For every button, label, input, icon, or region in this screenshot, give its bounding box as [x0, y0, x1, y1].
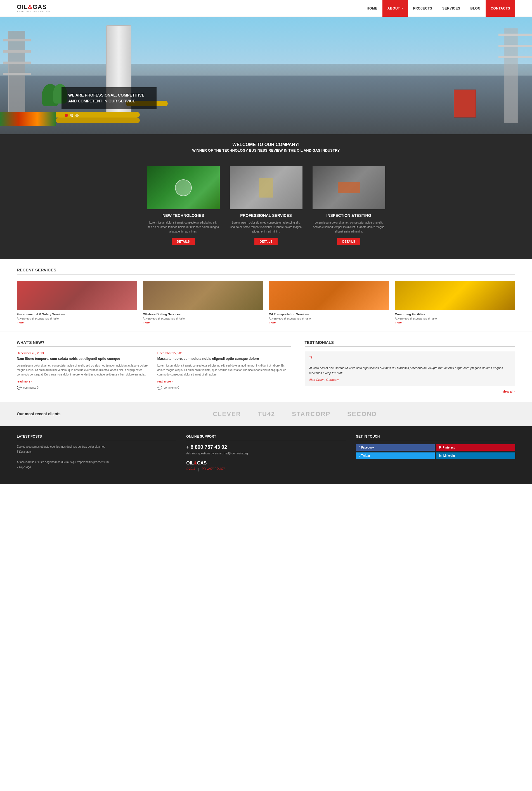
social-linkedin[interactable]: in LinkedIn	[436, 453, 515, 459]
recent-text-3: At vero eos et accusamus at iusto	[269, 317, 390, 320]
service-details-btn-1[interactable]: Details	[172, 238, 194, 245]
recent-title-3: Oil Transportation Services	[269, 313, 390, 316]
logo-oil: OIL	[17, 3, 28, 10]
footer-copyright: © 2011	[186, 467, 195, 472]
blog-post-2: December 15, 2013 Massa tempore, cum sol…	[157, 351, 291, 390]
whats-new-title: WHAT'S NEW?	[17, 340, 291, 345]
main-nav: HOME ABOUT ▾ PROJECTS SERVICES BLOG CONT…	[362, 0, 515, 17]
service-title-2: PROFESSIONAL SERVICES	[230, 213, 303, 218]
blog-post-1: December 20, 2013 Nam libero tempore, cu…	[17, 351, 150, 390]
post-title-1: Nam libero tempore, cum soluta nobis est…	[17, 356, 150, 361]
footer-touch-title: GET IN TOUCH	[356, 435, 515, 441]
logo-ampersand: &	[28, 3, 33, 10]
footer-post-date-1: 5 Days ago.	[17, 450, 176, 453]
logo-subtitle: TRADING SERVICES	[17, 10, 50, 13]
social-facebook[interactable]: f Facebook	[356, 444, 435, 451]
welcome-subtitle: WINNER OF THE TECHNOLOGY BUSINESS REVIEW…	[17, 148, 515, 152]
facebook-icon: f	[359, 446, 360, 449]
hero-dot-2[interactable]	[70, 114, 73, 117]
clients-logos: CLEVER TU42 STARCORP SECOND	[74, 410, 515, 418]
nav-item-services[interactable]: SERVICES	[437, 0, 465, 17]
services-section: NEW TECHNOLOGIES Lorem ipsum dolor sit a…	[0, 160, 532, 259]
post-date-2: December 15, 2013	[157, 351, 291, 355]
linkedin-icon: in	[439, 454, 442, 457]
testimonial-box: " At vero eos et accusamus ut iusto odio…	[305, 351, 515, 386]
dropdown-arrow-icon: ▾	[401, 7, 403, 10]
service-title-1: NEW TECHNOLOGIES	[147, 213, 220, 218]
client-logo-2: TU42	[258, 410, 275, 418]
site-header: OIL&GAS TRADING SERVICES HOME ABOUT ▾ PR…	[0, 0, 532, 17]
view-all-link[interactable]: view all ›	[502, 390, 515, 393]
nav-item-about[interactable]: ABOUT ▾	[382, 0, 408, 17]
service-details-btn-3[interactable]: Details	[337, 238, 360, 245]
comment-icon-2: 💬	[157, 386, 162, 390]
recent-link-4[interactable]: more ›	[395, 321, 403, 324]
nav-item-contacts[interactable]: CONTACTS	[486, 0, 515, 17]
recent-title-2: Offshore Drilling Services	[143, 313, 263, 316]
recent-image-1	[17, 281, 137, 310]
recent-item-1: Environmental & Safety Services At vero …	[17, 281, 137, 324]
post-comments-1: comments 0	[23, 386, 38, 389]
welcome-title: WELCOME TO OUR COMPANY!	[17, 142, 515, 147]
pinterest-icon: P	[439, 446, 441, 449]
hero-dot-3[interactable]	[75, 114, 79, 117]
hero-dot-1[interactable]	[65, 114, 68, 117]
recent-image-4	[395, 281, 515, 310]
footer-post-2: At accusamus et iusto odgnissimos ducimu…	[17, 460, 176, 469]
footer-post-text-1: Ese et accusamus et iusto odgnissimos du…	[17, 444, 176, 449]
service-image-2	[230, 166, 303, 209]
service-text-1: Lorem ipsum dolor sit amet, consectetur …	[147, 220, 220, 234]
twitter-icon: t	[359, 454, 360, 457]
client-logo-1: CLEVER	[213, 410, 241, 418]
recent-link-3[interactable]: more ›	[269, 321, 278, 324]
social-pinterest[interactable]: P Pinterest	[436, 444, 515, 451]
recent-title-1: Environmental & Safety Services	[17, 313, 137, 316]
recent-link-2[interactable]: more ›	[143, 321, 152, 324]
read-more-1[interactable]: read more ›	[17, 380, 32, 383]
nav-item-home[interactable]: HOME	[362, 0, 382, 17]
post-text-2: Lorem ipsum dolor sit amet, consectetur …	[157, 364, 291, 377]
service-image-3	[312, 166, 385, 209]
service-card-2: PROFESSIONAL SERVICES Lorem ipsum dolor …	[230, 166, 303, 245]
post-title-2: Massa tempore, cum soluta nobis eligendi…	[157, 356, 291, 361]
clients-label: Our most recent clients	[17, 411, 60, 417]
recent-services-title: RECENT SERVICES	[17, 268, 515, 272]
service-text-2: Lorem ipsum dolor sit amet, consectetur …	[230, 220, 303, 234]
recent-link-1[interactable]: more ›	[17, 321, 25, 324]
whats-new: WHAT'S NEW? December 20, 2013 Nam libero…	[17, 340, 291, 393]
footer-privacy-link[interactable]: PRIVACY POLICY	[202, 467, 225, 472]
footer-phone: + 8 800 757 43 92	[186, 444, 345, 450]
footer-get-in-touch: GET IN TOUCH f Facebook P Pinterest t Tw…	[356, 435, 515, 472]
footer-post-1: Ese et accusamus et iusto odgnissimos du…	[17, 444, 176, 456]
footer-post-date-2: 7 Days ago.	[17, 465, 176, 469]
client-logo-3: STARCORP	[292, 410, 330, 418]
client-logo-4: SECOND	[347, 410, 377, 418]
nav-item-projects[interactable]: PROJECTS	[408, 0, 437, 17]
social-twitter[interactable]: t Twitter	[356, 453, 435, 459]
recent-divider	[17, 275, 515, 275]
read-more-2[interactable]: read more ›	[157, 380, 172, 383]
mid-section: WHAT'S NEW? December 20, 2013 Nam libero…	[0, 332, 532, 402]
logo[interactable]: OIL&GAS TRADING SERVICES	[17, 4, 50, 13]
recent-image-2	[143, 281, 263, 310]
recent-title-4: Computing Facilities	[395, 313, 515, 316]
nav-item-blog[interactable]: BLOG	[466, 0, 486, 17]
hero-overlay: WE ARE PROFESSIONAL, COMPETITIVE AND COM…	[61, 87, 156, 109]
footer-post-text-2: At accusamus et iusto odgnissimos ducimu…	[17, 460, 176, 464]
footer-email: Ask Your questions by e-mail: mail@demos…	[186, 452, 345, 455]
recent-image-3	[269, 281, 390, 310]
service-details-btn-2[interactable]: Details	[254, 238, 277, 245]
footer-support-title: ONLINE SUPPORT	[186, 435, 345, 441]
clients-section: Our most recent clients CLEVER TU42 STAR…	[0, 402, 532, 426]
testimonials-title: TESTIMONIALS	[305, 340, 515, 345]
recent-services-section: RECENT SERVICES Environmental & Safety S…	[0, 259, 532, 332]
recent-item-4: Computing Facilities At vero eos et accu…	[395, 281, 515, 324]
service-text-3: Lorem ipsum dolor sit amet, consectetur …	[312, 220, 385, 234]
post-text-1: Lorem ipsum dolor sit amet, consectetur …	[17, 364, 150, 377]
testimonial-author: Alex Green, Germany	[309, 378, 511, 381]
hero-section: WE ARE PROFESSIONAL, COMPETITIVE AND COM…	[0, 17, 532, 134]
quote-icon: "	[309, 356, 511, 363]
footer-latest-title: LATEST POSTS	[17, 435, 176, 441]
recent-item-3: Oil Transportation Services At vero eos …	[269, 281, 390, 324]
logo-gas: GAS	[33, 3, 47, 10]
